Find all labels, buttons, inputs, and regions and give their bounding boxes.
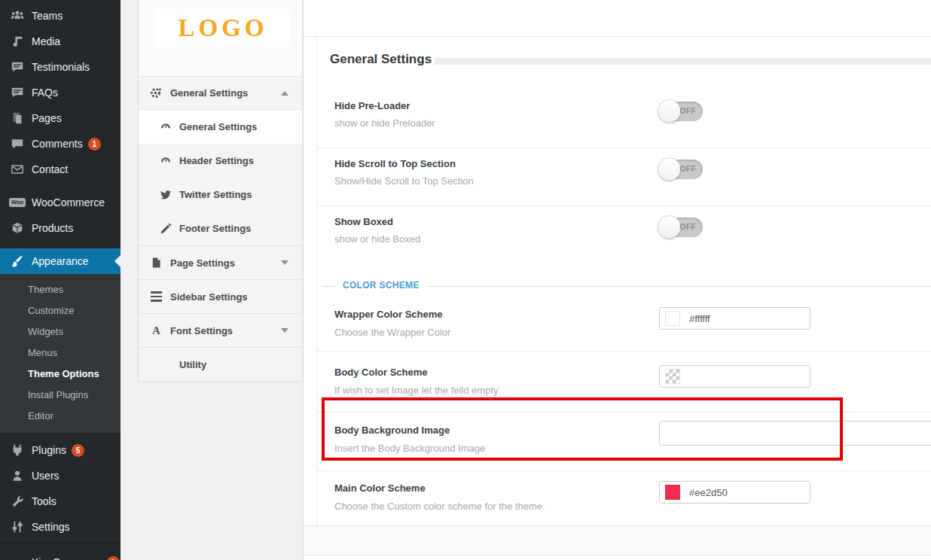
sidebar-item-label: Plugins [32,444,66,456]
sidebar-item-label: Pages [32,112,62,124]
pages-icon [10,111,25,126]
sidebar-item-faqs[interactable]: FAQs [0,80,121,105]
dashboard-icon [159,121,172,133]
sidebar-item-label: FAQs [32,87,58,99]
pencil-icon [159,223,172,235]
sidebar-item-pages[interactable]: Pages [0,105,121,131]
sidebar-item-label: Media [32,35,60,47]
sidebar-item-plugins[interactable]: Plugins 5 [0,437,121,463]
setting-desc-hide-preloader: show or hide Preloader [334,117,435,129]
users-icon [10,468,25,483]
appearance-icon [10,254,25,269]
submenu-item-install-plugins[interactable]: Install Plugins [0,385,121,406]
chevron-up-icon [281,91,288,96]
color-swatch-transparent[interactable] [665,369,680,384]
sidebar-item-contact[interactable]: Contact [0,157,121,182]
sidebar-item-media[interactable]: Media [0,29,121,54]
settings-icon [10,519,25,534]
nav-sidebar-settings[interactable]: Sidebar Settings [139,279,302,313]
hide-scroll-top-toggle[interactable]: OFF [659,160,703,179]
setting-desc-main-color: Choose the Custom color scheme for the t… [334,501,545,512]
nav-item-label: Header Settings [179,155,254,166]
toggle-knob [658,99,681,123]
submenu-item-theme-options[interactable]: Theme Options [0,364,121,385]
plugins-count-badge: 5 [72,444,84,457]
plugins-icon [10,443,25,458]
submenu-item-customize[interactable]: Customize [0,300,121,321]
sidebar-item-comments[interactable]: Comments 1 [0,131,121,157]
row-separator [316,351,931,352]
theme-logo: LOGO [155,9,291,47]
menu-separator [0,543,121,543]
nav-font-settings-group[interactable]: A Font Settings [139,313,302,347]
kingcomposer-icon [10,555,25,560]
row-separator [316,470,931,471]
nav-utility[interactable]: Utility [139,347,302,381]
toggle-state-label: OFF [680,165,697,173]
nav-general-settings-group[interactable]: General Settings [139,76,302,110]
setting-label-wrapper-color: Wrapper Color Scheme [334,309,443,320]
teams-icon [10,8,25,23]
nav-item-label: General Settings [170,87,248,99]
nav-header-settings[interactable]: Header Settings [139,144,302,178]
sidebar-item-users[interactable]: Users [0,463,121,488]
section-bottom-strip [303,525,931,555]
body-color-input[interactable] [689,371,780,382]
sidebar-item-label: Contact [32,163,68,175]
testimonials-icon [10,59,25,75]
nav-item-label: General Settings [179,121,257,132]
sidebar-item-label: KingComposer [32,556,102,560]
sidebar-item-testimonials[interactable]: Testimonials [0,54,121,80]
woocommerce-icon: Woo [10,195,25,210]
theme-options-nav: LOGO General Settings General Settings H… [138,0,303,382]
sidebar-item-kingcomposer[interactable]: KingComposer 1 [0,549,121,560]
nav-item-label: Twitter Settings [179,189,252,200]
dashboard-icon [159,155,172,167]
wrapper-color-input[interactable] [689,313,780,324]
sidebar-item-label: Settings [32,521,70,533]
sidebar-item-appearance[interactable]: Appearance [0,248,121,274]
submenu-item-widgets[interactable]: Widgets [0,321,121,342]
nav-footer-settings[interactable]: Footer Settings [139,212,302,245]
contact-icon [10,162,25,177]
setting-label-main-color: Main Color Scheme [334,482,426,494]
sidebar-item-label: WooCommerce [32,196,105,208]
sidebar-item-settings[interactable]: Settings [0,514,121,540]
nav-general-settings[interactable]: General Settings [139,110,302,144]
sidebar-item-teams[interactable]: Teams [0,3,121,29]
appearance-submenu: Themes Customize Widgets Menus Theme Opt… [0,274,121,433]
row-separator [316,205,931,206]
gears-icon [150,87,163,99]
sidebar-item-tools[interactable]: Tools [0,488,121,514]
nav-page-settings-group[interactable]: Page Settings [139,245,302,279]
submenu-item-editor[interactable]: Editor [0,406,121,427]
sidebar-item-label: Appearance [32,255,89,267]
nav-twitter-settings[interactable]: Twitter Settings [139,178,302,212]
wp-admin-sidebar: Teams Media Testimonials FAQs Pages Comm… [0,0,121,560]
sidebar-item-label: Testimonials [32,61,90,73]
chevron-down-icon [281,260,288,265]
toggle-state-label: OFF [680,223,697,231]
hide-preloader-toggle[interactable]: OFF [659,102,703,121]
wrapper-color-field[interactable] [659,307,810,330]
sidebar-item-label: Products [32,222,73,234]
main-color-input[interactable] [689,487,780,498]
setting-label-show-boxed: Show Boxed [334,216,393,227]
settings-panel: General Settings Hide Pre-Loader show or… [303,0,931,560]
submenu-item-menus[interactable]: Menus [0,342,121,364]
main-color-field[interactable] [659,481,810,504]
sidebar-item-products[interactable]: Products [0,215,121,241]
nav-item-label: Utility [179,359,206,370]
color-swatch-red[interactable] [665,485,680,500]
sidebar-item-woocommerce[interactable]: Woo WooCommerce [0,190,121,215]
color-swatch-white[interactable] [665,311,680,326]
submenu-item-themes[interactable]: Themes [0,279,121,300]
nav-item-label: Page Settings [170,257,235,269]
setting-desc-wrapper-color: Choose the Wrapper Color [334,327,450,338]
media-icon [10,34,25,49]
sidebar-item-label: Teams [32,10,63,22]
body-color-field[interactable] [659,365,810,388]
sidebar-item-label: Tools [32,495,56,507]
show-boxed-toggle[interactable]: OFF [659,218,703,237]
highlight-rectangle [322,397,843,461]
